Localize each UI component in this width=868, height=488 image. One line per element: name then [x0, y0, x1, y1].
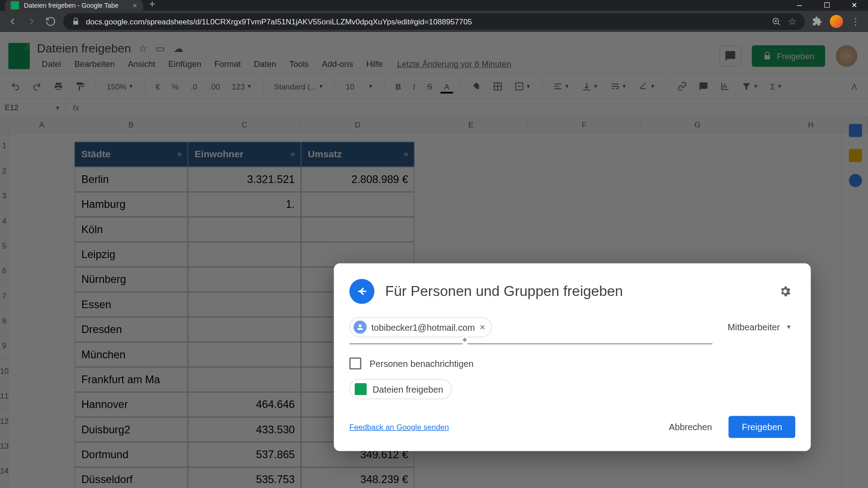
- cloud-status-icon[interactable]: ☁: [174, 42, 184, 55]
- cell[interactable]: 535.753: [188, 467, 302, 488]
- table-row[interactable]: Hamburg 1.: [75, 192, 415, 217]
- font-size-select[interactable]: 10 ▼: [342, 80, 377, 93]
- close-window-button[interactable]: ✕: [840, 0, 868, 11]
- menu-view[interactable]: Ansicht: [123, 56, 160, 71]
- recipients-input[interactable]: tobibecker1@hotmail.com × ⌖: [349, 317, 712, 345]
- table-row[interactable]: Berlin 3.321.521 2.808.989 €: [75, 167, 415, 192]
- fill-color-button[interactable]: [468, 79, 485, 94]
- text-color-button[interactable]: A: [441, 80, 453, 93]
- row-header[interactable]: 2: [0, 159, 9, 183]
- remove-recipient-icon[interactable]: ×: [480, 322, 485, 333]
- row-header[interactable]: 4: [0, 209, 9, 234]
- move-doc-icon[interactable]: ▭: [156, 42, 165, 55]
- increase-decimal-button[interactable]: .00: [206, 80, 224, 93]
- zoom-icon[interactable]: [771, 17, 781, 26]
- keep-addon-icon[interactable]: [849, 149, 862, 162]
- redo-button[interactable]: [28, 79, 45, 94]
- cell[interactable]: Leipzig: [75, 242, 188, 267]
- cancel-button[interactable]: Abbrechen: [658, 416, 723, 438]
- account-avatar[interactable]: [836, 45, 857, 66]
- comments-button[interactable]: [720, 45, 741, 66]
- cell[interactable]: Hannover: [75, 392, 188, 417]
- collapse-toolbar-button[interactable]: ᐱ: [849, 80, 861, 93]
- extensions-icon[interactable]: [811, 15, 824, 28]
- cell[interactable]: [188, 267, 302, 292]
- star-doc-icon[interactable]: ☆: [138, 42, 147, 55]
- bold-button[interactable]: B: [392, 80, 405, 93]
- col-header[interactable]: B: [75, 117, 188, 133]
- browser-menu-icon[interactable]: ⋮: [849, 15, 862, 28]
- feedback-link[interactable]: Feedback an Google senden: [349, 422, 449, 432]
- wrap-button[interactable]: ▼: [607, 79, 631, 94]
- row-header[interactable]: 7: [0, 284, 9, 309]
- row-header[interactable]: 5: [0, 234, 9, 258]
- table-header-cell[interactable]: Umsatz≡: [302, 142, 415, 167]
- menu-format[interactable]: Format: [210, 56, 246, 71]
- row-header[interactable]: 10: [0, 359, 9, 384]
- undo-button[interactable]: [7, 79, 24, 94]
- functions-button[interactable]: Σ ▼: [767, 80, 786, 93]
- name-box[interactable]: E12 ▼: [0, 99, 66, 116]
- formula-input[interactable]: [86, 99, 868, 116]
- row-header[interactable]: 13: [0, 434, 9, 459]
- table-row[interactable]: Düsseldorf 535.753 348.239 €: [75, 467, 415, 488]
- row-header[interactable]: 14: [0, 459, 9, 483]
- row-header[interactable]: 8: [0, 309, 9, 333]
- merge-button[interactable]: ▼: [511, 79, 535, 94]
- cell[interactable]: Nürnberg: [75, 267, 188, 292]
- browser-tab[interactable]: Dateien freigeben - Google Tabe ×: [5, 0, 143, 11]
- menu-file[interactable]: Datei: [37, 56, 66, 71]
- notify-checkbox[interactable]: [349, 357, 361, 369]
- paint-format-button[interactable]: [71, 79, 88, 94]
- cell[interactable]: Berlin: [75, 167, 188, 192]
- menu-edit[interactable]: Bearbeiten: [70, 56, 119, 71]
- col-header[interactable]: A: [9, 117, 75, 133]
- row-header[interactable]: 9: [0, 333, 9, 358]
- rotate-button[interactable]: ▼: [635, 79, 659, 94]
- dialog-settings-button[interactable]: [775, 281, 795, 301]
- filter-icon[interactable]: ≡: [291, 150, 295, 158]
- col-header[interactable]: C: [188, 117, 302, 133]
- new-tab-button[interactable]: +: [143, 0, 161, 11]
- filter-button[interactable]: ▼: [738, 79, 762, 94]
- percent-button[interactable]: %: [168, 80, 182, 93]
- table-header-cell[interactable]: Einwohner≡: [188, 142, 302, 167]
- document-title[interactable]: Dateien freigeben: [37, 42, 131, 55]
- cell[interactable]: [188, 317, 302, 342]
- link-button[interactable]: [674, 79, 691, 94]
- italic-button[interactable]: I: [410, 80, 419, 93]
- col-header[interactable]: D: [302, 117, 415, 133]
- reload-icon[interactable]: [44, 15, 57, 28]
- zoom-select[interactable]: 150% ▼: [103, 80, 137, 93]
- row-header[interactable]: 11: [0, 384, 9, 408]
- calendar-addon-icon[interactable]: [849, 124, 862, 137]
- cell[interactable]: 464.646: [188, 392, 302, 417]
- last-edit-link[interactable]: Letzte Änderung vor 8 Minuten: [397, 56, 511, 71]
- role-select[interactable]: Mitbearbeiter ▼: [724, 317, 796, 337]
- back-icon[interactable]: [6, 15, 19, 28]
- v-align-button[interactable]: ▼: [578, 79, 602, 94]
- cell[interactable]: Hamburg: [75, 192, 188, 217]
- sheets-product-icon[interactable]: [8, 43, 29, 69]
- table-row[interactable]: Köln: [75, 217, 415, 242]
- cell[interactable]: Duisburg2: [75, 417, 188, 442]
- browser-profile-avatar[interactable]: [830, 15, 843, 28]
- col-header[interactable]: F: [528, 117, 642, 133]
- comment-button[interactable]: [695, 79, 712, 94]
- cell[interactable]: [188, 292, 302, 317]
- cell[interactable]: [188, 367, 302, 392]
- row-header[interactable]: 15: [0, 484, 9, 488]
- cell[interactable]: Dresden: [75, 317, 188, 342]
- cell[interactable]: [188, 242, 302, 267]
- cell[interactable]: Köln: [75, 217, 188, 242]
- menu-help[interactable]: Hilfe: [361, 56, 387, 71]
- cell[interactable]: 537.865: [188, 442, 302, 467]
- menu-insert[interactable]: Einfügen: [164, 56, 206, 71]
- print-button[interactable]: [50, 79, 67, 94]
- h-align-button[interactable]: ▼: [549, 79, 573, 94]
- strike-button[interactable]: S: [424, 80, 436, 93]
- chart-button[interactable]: [717, 79, 734, 94]
- cell[interactable]: 1.: [188, 192, 302, 217]
- filter-icon[interactable]: ≡: [404, 150, 408, 158]
- tasks-addon-icon[interactable]: [849, 174, 862, 187]
